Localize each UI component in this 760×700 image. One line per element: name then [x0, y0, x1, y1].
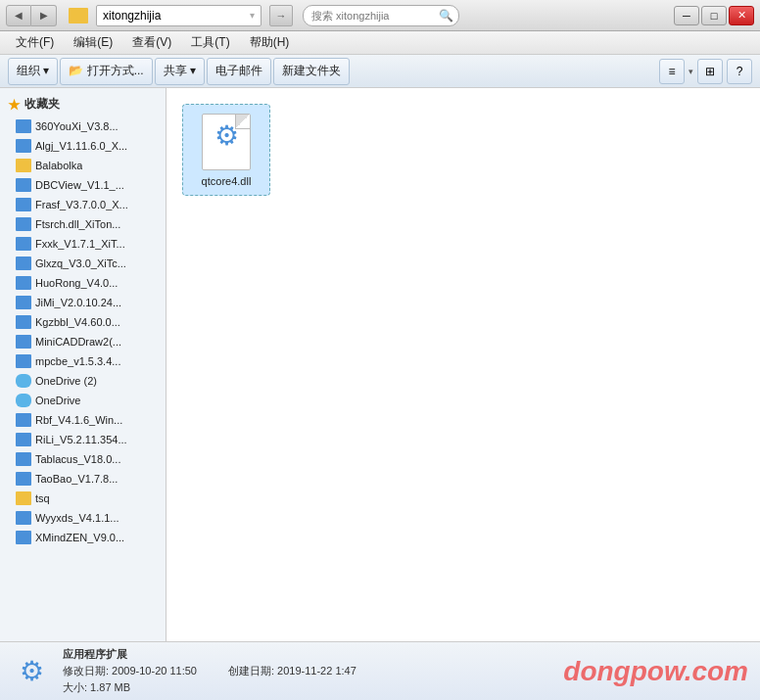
sidebar-item-icon-12	[16, 354, 31, 368]
sidebar-item-icon-6	[16, 237, 31, 251]
new-folder-button[interactable]: 新建文件夹	[273, 58, 350, 85]
sidebar-item-label-12: mpcbe_v1.5.3.4...	[35, 355, 120, 367]
sidebar-item-17[interactable]: Tablacus_V18.0...	[0, 449, 166, 469]
search-icon: 🔍	[439, 9, 453, 23]
file-paper: ⚙	[202, 114, 251, 170]
maximize-button[interactable]: □	[701, 6, 727, 25]
sidebar-item-12[interactable]: mpcbe_v1.5.3.4...	[0, 351, 166, 371]
address-input[interactable]	[103, 9, 250, 23]
menu-tools[interactable]: 工具(T)	[183, 32, 237, 53]
menu-bar: 文件(F) 编辑(E) 查看(V) 工具(T) 帮助(H)	[0, 31, 760, 55]
sidebar-item-label-20: Wyyxds_V4.1.1...	[35, 512, 119, 524]
menu-edit[interactable]: 编辑(E)	[66, 32, 120, 53]
toolbar-right: ≡ ▾ ⊞ ?	[659, 59, 752, 84]
organize-button[interactable]: 组织 ▾	[8, 58, 58, 85]
sidebar-item-0[interactable]: 360YouXi_V3.8...	[0, 117, 166, 136]
sidebar-item-label-18: TaoBao_V1.7.8...	[35, 473, 118, 485]
menu-view[interactable]: 查看(V)	[124, 32, 179, 53]
sidebar-item-icon-16	[16, 433, 31, 446]
sidebar-item-11[interactable]: MiniCADDraw2(...	[0, 332, 166, 351]
sidebar-item-icon-3	[16, 178, 31, 192]
sidebar-item-9[interactable]: JiMi_V2.0.10.24...	[0, 293, 166, 312]
file-item[interactable]: ⚙ qtcore4.dll	[182, 104, 270, 196]
go-button[interactable]: →	[269, 5, 293, 26]
sidebar-item-3[interactable]: DBCView_V1.1_...	[0, 175, 166, 195]
forward-button[interactable]: ▶	[31, 5, 57, 26]
main-area: ★ 收藏夹 360YouXi_V3.8...Algj_V1.11.6.0_X..…	[0, 88, 760, 641]
minimize-button[interactable]: ─	[674, 6, 699, 25]
sidebar-item-icon-19	[16, 491, 31, 505]
status-modified: 修改日期: 2009-10-20 11:50	[63, 664, 197, 678]
sidebar-item-icon-10	[16, 315, 31, 329]
sidebar-item-label-13: OneDrive (2)	[35, 375, 97, 387]
status-file-icon: ⚙	[12, 652, 51, 691]
sidebar-item-icon-9	[16, 296, 31, 309]
sidebar-item-20[interactable]: Wyyxds_V4.1.1...	[0, 508, 166, 528]
sidebar-item-label-21: XMindZEN_V9.0...	[35, 532, 124, 543]
status-bar: ⚙ 应用程序扩展 修改日期: 2009-10-20 11:50 大小: 1.87…	[0, 641, 760, 700]
list-view-button[interactable]: ≡	[659, 59, 685, 84]
sidebar-item-label-3: DBCView_V1.1_...	[35, 179, 124, 191]
sidebar-item-icon-5	[16, 217, 31, 231]
sidebar-item-15[interactable]: Rbf_V4.1.6_Win...	[0, 410, 166, 430]
sidebar-item-label-0: 360YouXi_V3.8...	[35, 120, 119, 132]
star-icon: ★	[8, 97, 21, 113]
back-button[interactable]: ◀	[6, 5, 31, 26]
status-created: 创建日期: 2019-11-22 1:47	[228, 664, 356, 678]
menu-file[interactable]: 文件(F)	[8, 32, 62, 53]
status-created-date: 创建日期: 2019-11-22 1:47	[228, 664, 356, 678]
window-controls: ─ □ ✕	[674, 6, 754, 25]
email-button[interactable]: 电子邮件	[207, 58, 271, 85]
sidebar-item-label-5: Ftsrch.dll_XiTon...	[35, 218, 120, 230]
sidebar-item-19[interactable]: tsq	[0, 489, 166, 508]
sidebar-item-8[interactable]: HuoRong_V4.0...	[0, 273, 166, 293]
menu-help[interactable]: 帮助(H)	[242, 32, 298, 53]
sidebar-item-18[interactable]: TaoBao_V1.7.8...	[0, 469, 166, 489]
address-bar[interactable]: ▾	[96, 5, 261, 26]
file-name: qtcore4.dll	[202, 175, 252, 187]
sidebar-item-icon-17	[16, 452, 31, 466]
help-button[interactable]: ?	[727, 59, 752, 84]
arrow-icon: ▾	[689, 67, 693, 76]
watermark: dongpow.com	[563, 656, 748, 687]
sidebar-item-icon-18	[16, 472, 31, 486]
file-area[interactable]: ⚙ qtcore4.dll	[166, 88, 760, 641]
close-button[interactable]: ✕	[729, 6, 754, 25]
sidebar-items: 360YouXi_V3.8...Algj_V1.11.6.0_X...Balab…	[0, 117, 166, 547]
sidebar-item-2[interactable]: Balabolka	[0, 156, 166, 175]
sidebar-item-21[interactable]: XMindZEN_V9.0...	[0, 528, 166, 547]
sidebar-item-label-6: Fxxk_V1.7.1_XiT...	[35, 238, 125, 250]
sidebar-item-label-1: Algj_V1.11.6.0_X...	[35, 140, 127, 152]
sidebar-item-icon-1	[16, 139, 31, 153]
sidebar-item-icon-4	[16, 198, 31, 211]
sidebar-item-label-16: RiLi_V5.2.11.354...	[35, 434, 127, 445]
search-bar[interactable]: 🔍	[303, 5, 459, 26]
sidebar-item-label-11: MiniCADDraw2(...	[35, 336, 121, 348]
status-type: 应用程序扩展	[63, 647, 197, 662]
search-input[interactable]	[311, 10, 439, 22]
sidebar-item-label-7: Glxzq_V3.0_XiTc...	[35, 257, 126, 269]
sidebar-item-1[interactable]: Algj_V1.11.6.0_X...	[0, 136, 166, 156]
sidebar-item-icon-15	[16, 413, 31, 427]
sidebar-item-7[interactable]: Glxzq_V3.0_XiTc...	[0, 254, 166, 273]
gear-icon: ⚙	[214, 122, 239, 150]
sidebar-item-16[interactable]: RiLi_V5.2.11.354...	[0, 430, 166, 449]
sidebar-item-4[interactable]: Frasf_V3.7.0.0_X...	[0, 195, 166, 214]
sidebar-item-5[interactable]: Ftsrch.dll_XiTon...	[0, 214, 166, 234]
status-info: 应用程序扩展 修改日期: 2009-10-20 11:50 大小: 1.87 M…	[63, 647, 197, 695]
dll-file-icon: ⚙	[197, 113, 256, 171]
sidebar-item-icon-21	[16, 531, 31, 544]
sidebar-title: 收藏夹	[24, 96, 60, 113]
folder-icon	[69, 8, 88, 23]
sidebar-item-14[interactable]: OneDrive	[0, 391, 166, 410]
sidebar-item-6[interactable]: Fxxk_V1.7.1_XiT...	[0, 234, 166, 254]
grid-view-button[interactable]: ⊞	[697, 59, 723, 84]
sidebar-item-icon-11	[16, 335, 31, 349]
sidebar-item-13[interactable]: OneDrive (2)	[0, 371, 166, 391]
share-button[interactable]: 共享 ▾	[155, 58, 205, 85]
sidebar-item-10[interactable]: Kgzbbl_V4.60.0...	[0, 312, 166, 332]
status-size: 大小: 1.87 MB	[63, 680, 197, 695]
sidebar-item-label-17: Tablacus_V18.0...	[35, 453, 120, 465]
open-button[interactable]: 📂 打开方式...	[60, 58, 152, 85]
sidebar-item-label-19: tsq	[35, 492, 50, 504]
